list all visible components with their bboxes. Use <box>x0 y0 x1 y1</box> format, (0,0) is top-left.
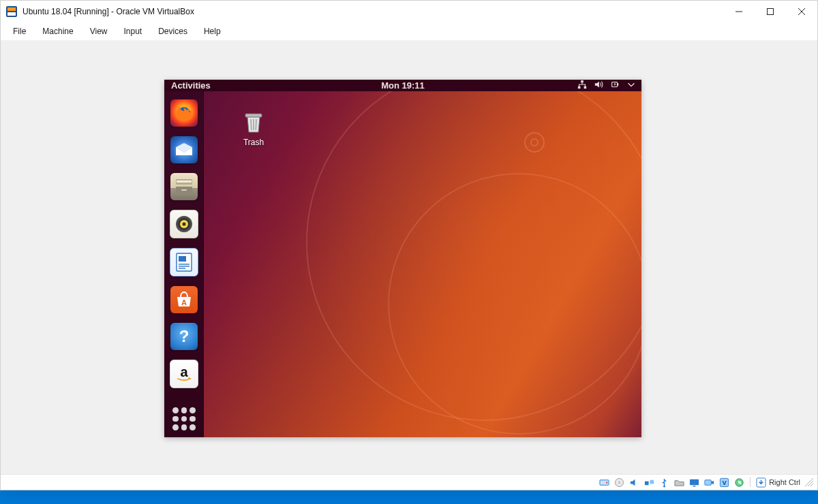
svg-rect-41 <box>693 486 696 486</box>
status-display-icon[interactable] <box>688 477 700 488</box>
maximize-button[interactable] <box>755 1 786 22</box>
status-features-icon[interactable]: V <box>718 477 730 488</box>
status-network-icon[interactable] <box>643 477 655 488</box>
clock[interactable]: Mon 19:11 <box>381 80 425 91</box>
svg-rect-29 <box>245 114 262 117</box>
svg-rect-22 <box>179 256 186 262</box>
dock-rhythmbox[interactable] <box>170 210 198 238</box>
dock-amazon[interactable]: a <box>170 360 198 388</box>
status-optical-icon[interactable] <box>614 477 625 488</box>
svg-rect-9 <box>584 86 587 89</box>
vm-client-area: Activities Mon 19:11 <box>1 40 817 474</box>
menubar: File Machine View Input Devices Help <box>1 22 817 40</box>
status-usb-icon[interactable] <box>658 477 670 488</box>
svg-rect-37 <box>645 481 649 485</box>
dock-firefox[interactable] <box>170 99 198 127</box>
hostkey-arrow-icon <box>755 477 767 488</box>
resize-grip-icon[interactable] <box>805 478 813 486</box>
menu-view[interactable]: View <box>82 25 116 38</box>
volume-icon[interactable] <box>594 80 603 91</box>
dock: A ? a <box>164 91 204 437</box>
workspace: A ? a <box>164 91 641 437</box>
virtualbox-window: Ubuntu 18.04 [Running] - Oracle VM Virtu… <box>0 0 818 490</box>
dock-ubuntu-software[interactable]: A <box>170 286 198 313</box>
activities-button[interactable]: Activities <box>171 80 211 91</box>
status-shared-folders-icon[interactable] <box>673 477 685 488</box>
status-recording-icon[interactable] <box>703 477 715 488</box>
desktop-wallpaper[interactable]: Trash <box>204 91 641 437</box>
desktop-icon-label: Trash <box>243 138 264 147</box>
virtualbox-app-icon <box>6 6 17 17</box>
svg-rect-8 <box>578 86 581 89</box>
gnome-top-bar[interactable]: Activities Mon 19:11 <box>164 80 641 91</box>
menu-file[interactable]: File <box>5 25 34 38</box>
status-divider <box>750 477 751 487</box>
svg-point-34 <box>606 482 607 483</box>
status-hard-disk-icon[interactable] <box>599 477 610 488</box>
chevron-down-icon[interactable] <box>626 80 636 91</box>
svg-rect-7 <box>581 80 584 83</box>
dock-files[interactable] <box>170 173 198 200</box>
show-applications-button[interactable] <box>172 407 196 430</box>
svg-text:A: A <box>181 298 187 306</box>
menu-help[interactable]: Help <box>196 25 229 38</box>
menu-machine[interactable]: Machine <box>34 25 81 38</box>
desktop-icon-trash[interactable]: Trash <box>228 106 279 147</box>
svg-rect-42 <box>705 479 711 485</box>
svg-text:a: a <box>180 364 188 379</box>
svg-text:V: V <box>723 479 727 486</box>
window-title: Ubuntu 18.04 [Running] - Oracle VM Virtu… <box>22 7 723 16</box>
host-key-indicator[interactable]: Right Ctrl <box>755 477 800 488</box>
svg-rect-16 <box>181 189 187 191</box>
svg-point-20 <box>183 223 186 226</box>
wallpaper-accent-icon <box>524 132 545 153</box>
trash-icon <box>239 106 269 136</box>
vm-status-bar: V Right Ctrl <box>1 474 817 490</box>
svg-point-39 <box>663 485 665 487</box>
minimize-button[interactable] <box>723 1 755 22</box>
svg-rect-40 <box>690 479 699 484</box>
status-audio-icon[interactable] <box>628 477 640 488</box>
svg-text:?: ? <box>179 327 190 345</box>
svg-rect-2 <box>7 12 16 16</box>
svg-rect-1 <box>7 7 16 11</box>
close-button[interactable] <box>786 1 817 22</box>
dock-writer[interactable] <box>170 248 198 277</box>
window-titlebar[interactable]: Ubuntu 18.04 [Running] - Oracle VM Virtu… <box>1 1 817 22</box>
svg-rect-11 <box>618 83 618 86</box>
svg-rect-38 <box>650 479 654 484</box>
svg-line-32 <box>256 119 256 130</box>
svg-line-30 <box>251 119 252 130</box>
svg-point-36 <box>618 482 620 484</box>
menu-devices[interactable]: Devices <box>150 25 196 38</box>
svg-rect-14 <box>177 180 192 183</box>
hostkey-label: Right Ctrl <box>769 478 800 486</box>
status-mouse-integration-icon[interactable] <box>733 477 745 488</box>
guest-display[interactable]: Activities Mon 19:11 <box>164 80 641 437</box>
menu-input[interactable]: Input <box>116 25 151 38</box>
svg-rect-4 <box>768 9 774 15</box>
system-tray[interactable] <box>577 80 636 91</box>
network-icon[interactable] <box>577 80 587 91</box>
dock-thunderbird[interactable] <box>170 136 198 163</box>
dock-help[interactable]: ? <box>170 323 198 350</box>
battery-icon[interactable] <box>610 80 620 91</box>
